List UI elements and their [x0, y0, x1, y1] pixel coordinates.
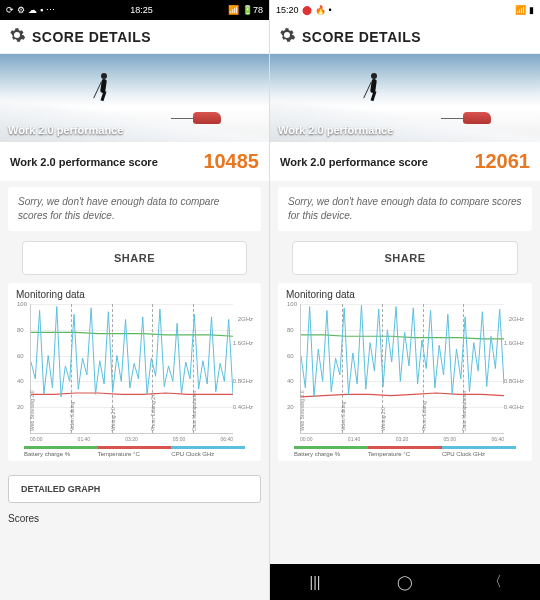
- status-bar: 15:20 ⬤ 🔥 • 📶 ▮: [270, 0, 540, 20]
- phone-left: ⟳ ⚙ ☁ ▪ ⋯ 18:25 📶 🔋78 SCORE DETAILS Work…: [0, 0, 270, 600]
- score-bar: Work 2.0 performance score 10485: [0, 142, 269, 181]
- sync-icon: ⟳: [6, 5, 14, 15]
- home-icon[interactable]: ◯: [393, 574, 417, 590]
- chart-legend: Battery charge %Temperature °CCPU Clock …: [24, 446, 245, 457]
- score-bar: Work 2.0 performance score 12061: [270, 142, 540, 181]
- monitoring-chart: 204060801000.4GHz0.8GHz1.6GHz2GHzWeb Bro…: [300, 304, 504, 434]
- wifi-icon: 📶: [228, 5, 239, 15]
- android-navbar: ||| ◯ 〈: [270, 564, 540, 600]
- info-message: Sorry, we don't have enough data to comp…: [8, 187, 261, 231]
- gear-icon[interactable]: [8, 26, 26, 48]
- monitoring-card: Monitoring data 204060801000.4GHz0.8GHz1…: [8, 283, 261, 461]
- score-value: 12061: [474, 150, 530, 173]
- monitoring-chart: 204060801000.4GHz0.8GHz1.6GHz2GHzWeb Bro…: [30, 304, 233, 434]
- dot-icon: •: [329, 5, 332, 15]
- x-axis: 00:0001:4003:2005:0006:40: [300, 436, 504, 442]
- hero-label: Work 2.0 performance: [8, 124, 123, 136]
- battery-icon: ▮: [529, 5, 534, 15]
- hero-image: Work 2.0 performance: [0, 54, 269, 142]
- score-label: Work 2.0 performance score: [280, 156, 428, 168]
- share-button[interactable]: SHARE: [292, 241, 518, 275]
- phone-right: 15:20 ⬤ 🔥 • 📶 ▮ SCORE DETAILS Work 2.0 p…: [270, 0, 540, 600]
- score-value: 10485: [203, 150, 259, 173]
- back-icon[interactable]: 〈: [483, 573, 507, 591]
- app-header: SCORE DETAILS: [0, 20, 269, 54]
- chart-legend: Battery charge %Temperature °CCPU Clock …: [294, 446, 516, 457]
- score-label: Work 2.0 performance score: [10, 156, 158, 168]
- settings-icon: ⚙: [17, 5, 25, 15]
- detailed-graph-button[interactable]: DETAILED GRAPH: [8, 475, 261, 503]
- status-bar: ⟳ ⚙ ☁ ▪ ⋯ 18:25 📶 🔋78: [0, 0, 269, 20]
- x-axis: 00:0001:4003:2005:0006:40: [30, 436, 233, 442]
- app-header: SCORE DETAILS: [270, 20, 540, 54]
- more-icon: ⋯: [46, 5, 55, 15]
- msg-icon: ▪: [40, 5, 43, 15]
- info-message: Sorry, we don't have enough data to comp…: [278, 187, 532, 231]
- page-title: SCORE DETAILS: [302, 29, 421, 45]
- clock: 18:25: [130, 5, 153, 15]
- share-button[interactable]: SHARE: [22, 241, 247, 275]
- clock: 15:20: [276, 5, 299, 15]
- monitoring-title: Monitoring data: [16, 289, 253, 300]
- battery-icon: 🔋78: [242, 5, 263, 15]
- hero-label: Work 2.0 performance: [278, 124, 393, 136]
- app-icon: 🔥: [315, 5, 326, 15]
- scores-heading: Scores: [8, 513, 261, 524]
- hero-image: Work 2.0 performance: [270, 54, 540, 142]
- recents-icon[interactable]: |||: [303, 574, 327, 590]
- wifi-icon: 📶: [515, 5, 526, 15]
- page-title: SCORE DETAILS: [32, 29, 151, 45]
- monitoring-card: Monitoring data 204060801000.4GHz0.8GHz1…: [278, 283, 532, 461]
- monitoring-title: Monitoring data: [286, 289, 524, 300]
- rec-icon: ⬤: [302, 5, 312, 15]
- cloud-icon: ☁: [28, 5, 37, 15]
- gear-icon[interactable]: [278, 26, 296, 48]
